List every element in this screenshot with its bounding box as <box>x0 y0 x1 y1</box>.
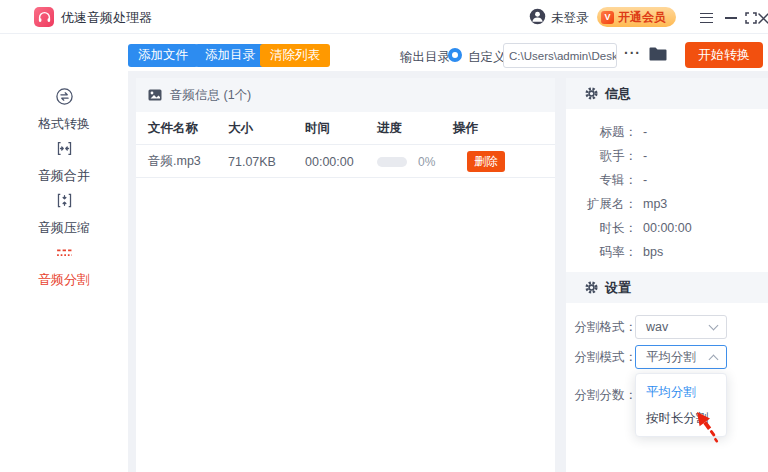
login-status[interactable]: 未登录 <box>551 10 589 27</box>
vip-button-label: 开通会员 <box>618 9 666 26</box>
sidebar-item-label: 格式转换 <box>0 115 128 133</box>
info-row-duration: 时长： 00:00:00 <box>566 216 768 240</box>
audio-split-icon <box>55 243 74 262</box>
output-path-input[interactable]: C:\Users\admin\Deskto <box>503 43 617 68</box>
progress-bar <box>377 157 407 167</box>
cursor-arrow-icon <box>686 406 722 452</box>
open-vip-button[interactable]: V 开通会员 <box>597 7 676 27</box>
file-name: 音频.mp3 <box>148 145 201 178</box>
add-file-button[interactable]: 添加文件 <box>128 44 198 67</box>
col-size: 大小 <box>228 112 253 145</box>
sidebar-item-label: 音频压缩 <box>0 219 128 237</box>
info-panel-header: 信息 <box>566 78 768 109</box>
file-list-title: 音频信息 (1个) <box>170 87 251 104</box>
file-time: 00:00:00 <box>305 145 354 178</box>
sidebar-item-format-convert[interactable]: 格式转换 <box>0 87 128 133</box>
close-icon[interactable] <box>755 10 768 26</box>
start-convert-button[interactable]: 开始转换 <box>685 42 763 68</box>
col-progress: 进度 <box>377 112 402 145</box>
audio-compress-icon <box>55 191 74 210</box>
file-list-header: 音频信息 (1个) <box>136 78 555 112</box>
col-filename: 文件名称 <box>148 112 198 145</box>
settings-panel-title: 设置 <box>605 279 631 297</box>
menu-icon[interactable] <box>698 10 714 26</box>
gear-icon <box>585 87 598 100</box>
info-row-artist: 歌手： - <box>566 144 768 168</box>
progress-percent: 0% <box>418 145 435 178</box>
settings-panel-header: 设置 <box>566 272 768 303</box>
split-format-select[interactable]: wav <box>635 315 727 339</box>
col-time: 时间 <box>305 112 330 145</box>
table-header-row: 文件名称 大小 时间 进度 操作 <box>136 112 555 145</box>
app-logo-icon <box>34 7 54 27</box>
title-bar: 优速音频处理器 未登录 V 开通会员 <box>0 0 768 34</box>
chevron-up-icon <box>709 355 719 365</box>
info-row-album: 专辑： - <box>566 168 768 192</box>
info-panel-title: 信息 <box>605 85 631 103</box>
sidebar-item-label: 音频分割 <box>0 271 128 289</box>
sidebar-nav: 格式转换 音频合并 音频压缩 音频分割 <box>0 34 128 472</box>
split-format-label: 分割格式： <box>566 315 637 339</box>
app-title: 优速音频处理器 <box>61 9 152 27</box>
info-row-extension: 扩展名： mp3 <box>566 192 768 216</box>
chevron-down-icon <box>709 321 719 331</box>
table-row: 音频.mp3 71.07KB 00:00:00 0% 删除 <box>136 145 555 178</box>
add-directory-button[interactable]: 添加目录 <box>195 44 265 67</box>
custom-dir-radio-label: 自定义 <box>468 49 506 66</box>
delete-button[interactable]: 删除 <box>467 151 505 172</box>
clear-list-button[interactable]: 清除列表 <box>260 44 330 67</box>
audio-merge-icon <box>55 139 74 158</box>
file-list-card: 音频信息 (1个) 文件名称 大小 时间 进度 操作 音频.mp3 71.07K… <box>136 78 555 472</box>
info-row-bitrate: 码率： bps <box>566 240 768 264</box>
format-convert-icon <box>55 87 74 106</box>
media-info-icon <box>148 89 162 101</box>
split-mode-label: 分割模式： <box>566 345 637 369</box>
custom-dir-radio[interactable] <box>448 48 462 62</box>
user-avatar-icon[interactable] <box>529 8 546 28</box>
gear-icon <box>585 281 598 294</box>
info-field-list: 标题： - 歌手： - 专辑： - 扩展名： mp3 时长： 00:00:00 … <box>566 120 768 264</box>
open-folder-icon[interactable] <box>648 46 668 65</box>
sidebar-item-audio-split[interactable]: 音频分割 <box>0 243 128 289</box>
col-action: 操作 <box>453 112 478 145</box>
info-row-title: 标题： - <box>566 120 768 144</box>
sidebar-item-label: 音频合并 <box>0 167 128 185</box>
split-mode-select[interactable]: 平均分割 <box>635 345 727 369</box>
browse-more-button[interactable]: ··· <box>624 45 641 61</box>
sidebar-item-audio-compress[interactable]: 音频压缩 <box>0 191 128 237</box>
sidebar-item-audio-merge[interactable]: 音频合并 <box>0 139 128 185</box>
vip-badge-icon: V <box>601 11 614 24</box>
minimize-icon[interactable] <box>723 10 739 26</box>
dropdown-option-average-split[interactable]: 平均分割 <box>636 379 726 405</box>
right-panel: 信息 标题： - 歌手： - 专辑： - 扩展名： mp3 时长： 00:00:… <box>566 78 768 472</box>
file-size: 71.07KB <box>228 145 276 178</box>
split-count-label: 分割分数： <box>566 383 637 407</box>
